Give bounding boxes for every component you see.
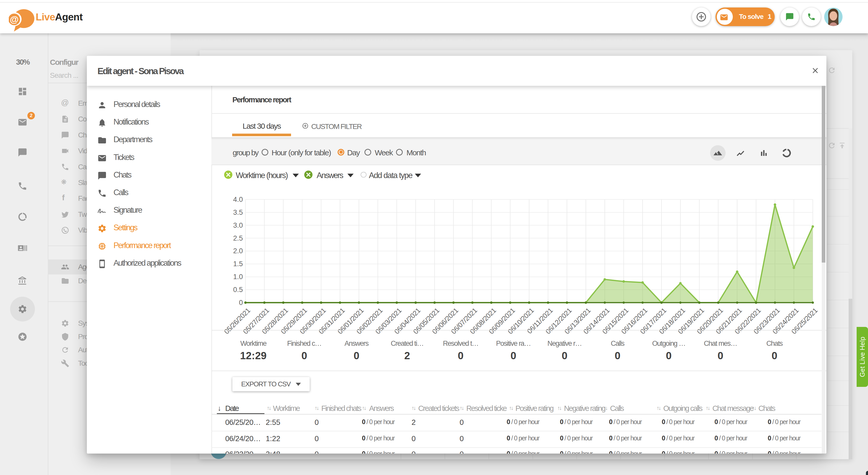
svg-text:2.0: 2.0 (233, 247, 243, 255)
svg-text:4.0: 4.0 (233, 196, 243, 203)
svg-text:1.0: 1.0 (233, 273, 243, 281)
svg-text:1.5: 1.5 (233, 260, 243, 268)
svg-text:0.5: 0.5 (233, 286, 243, 293)
svg-text:3.0: 3.0 (233, 221, 243, 229)
svg-text:2.5: 2.5 (233, 234, 243, 242)
svg-text:0: 0 (239, 299, 243, 307)
svg-text:@: @ (10, 14, 19, 24)
svg-text:3.5: 3.5 (233, 209, 243, 216)
